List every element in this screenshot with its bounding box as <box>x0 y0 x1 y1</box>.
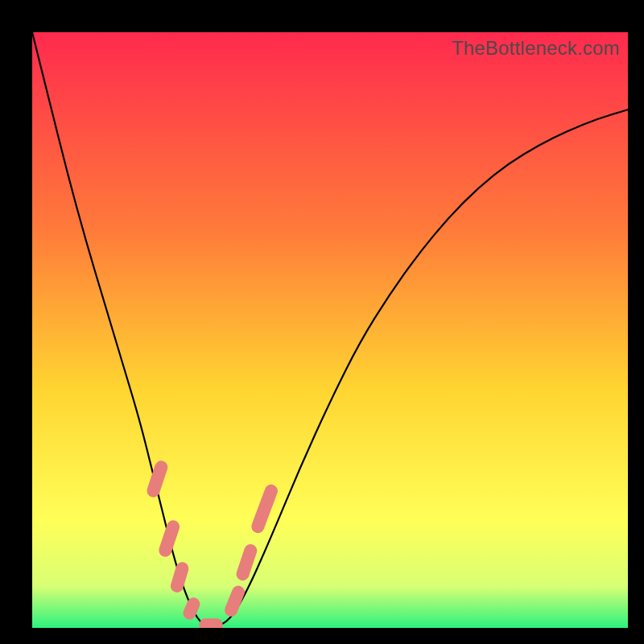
data-marker <box>169 560 190 594</box>
data-marker <box>157 518 181 558</box>
bottleneck-curve <box>32 32 628 626</box>
data-marker <box>199 618 223 628</box>
chart-svg <box>32 32 628 628</box>
chart-frame: TheBottleneck.com <box>0 0 644 644</box>
curve-markers <box>145 459 279 628</box>
data-marker <box>181 596 202 621</box>
chart-plot-area: TheBottleneck.com <box>32 32 628 628</box>
data-marker <box>145 459 169 498</box>
data-marker <box>234 543 258 582</box>
data-marker <box>223 584 247 618</box>
